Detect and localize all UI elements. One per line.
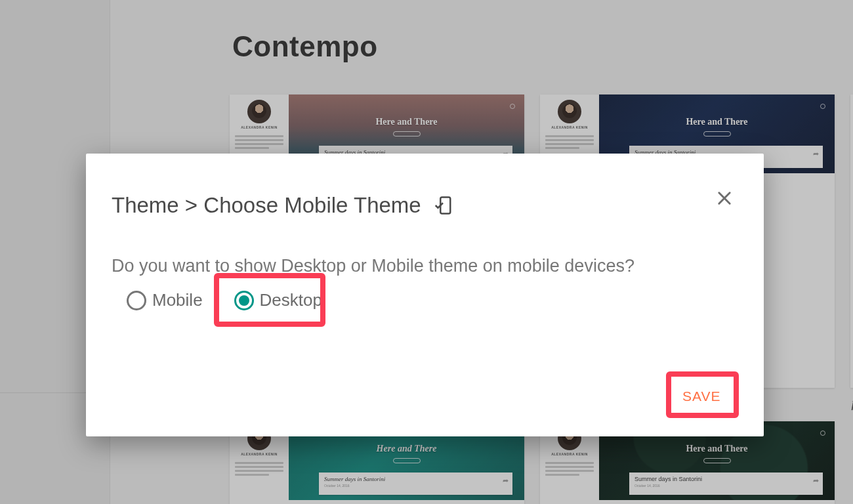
radio-desktop[interactable]: Desktop (234, 290, 322, 310)
save-button[interactable]: SAVE (678, 385, 724, 408)
close-button[interactable] (711, 185, 738, 211)
radio-mobile[interactable]: Mobile (127, 290, 203, 310)
mobile-friendly-icon (433, 196, 453, 215)
page-root: Contempo ALEXANDRA KENIN Here and There … (0, 0, 853, 504)
modal-question: Do you want to show Desktop or Mobile th… (112, 256, 635, 276)
mobile-theme-modal: Theme > Choose Mobile Theme Do you want … (86, 154, 764, 436)
modal-header: Theme > Choose Mobile Theme (112, 193, 453, 218)
svg-rect-0 (440, 198, 450, 214)
radio-label: Mobile (152, 290, 203, 310)
radio-label: Desktop (260, 290, 322, 310)
close-icon (715, 189, 734, 207)
radio-icon (234, 291, 254, 310)
radio-group: Mobile Desktop (127, 290, 322, 310)
radio-icon (127, 291, 146, 310)
breadcrumb: Theme > Choose Mobile Theme (112, 193, 421, 218)
